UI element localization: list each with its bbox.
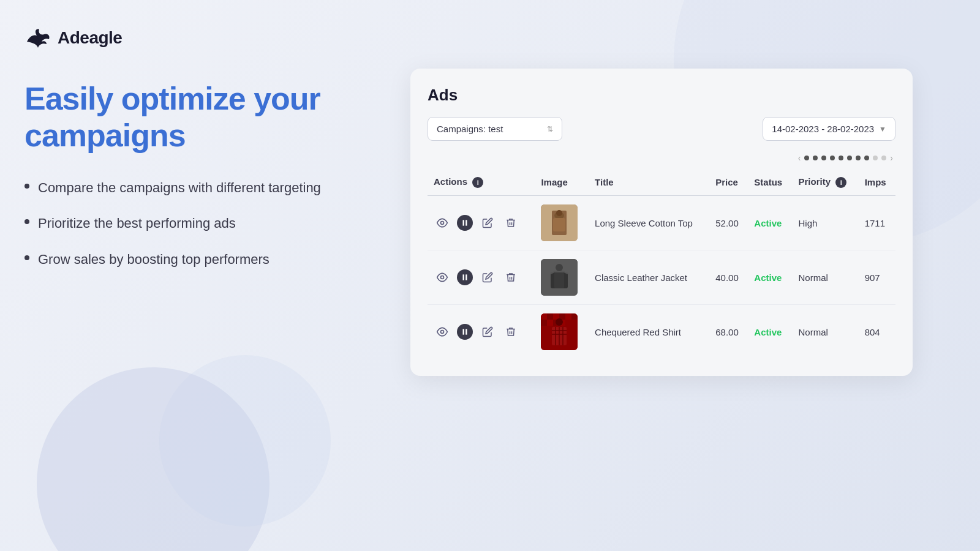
pagination-next[interactable]: › — [890, 153, 893, 163]
table-row: Long Sleeve Cotton Top 52.00 Active High… — [428, 196, 895, 250]
actions-info-icon[interactable]: i — [472, 177, 483, 188]
pag-dot-5 — [839, 156, 843, 160]
feature-item-3: Grow sales by boosting top performers — [24, 250, 331, 269]
logo-text: Adeagle — [58, 28, 122, 48]
date-range-label: 14-02-2023 - 28-02-2023 — [772, 124, 874, 134]
svg-rect-26 — [547, 320, 553, 326]
th-actions-label: Actions — [434, 176, 467, 187]
row1-imps: 1711 — [859, 196, 895, 250]
chevron-down-icon: ▼ — [879, 125, 886, 133]
edit-icon-3[interactable] — [479, 323, 496, 340]
delete-icon-1[interactable] — [502, 214, 519, 231]
logo: Adeagle — [24, 24, 331, 51]
pag-dot-10 — [881, 156, 886, 160]
view-icon-2[interactable] — [434, 269, 451, 286]
svg-point-15 — [441, 331, 444, 334]
row3-status: Active — [748, 305, 792, 359]
row3-title: Chequered Red Shirt — [589, 305, 709, 359]
row2-actions — [428, 250, 535, 305]
svg-point-12 — [556, 264, 563, 271]
th-title: Title — [589, 170, 709, 196]
svg-rect-1 — [463, 220, 464, 225]
actions-cell-3 — [434, 323, 529, 340]
campaign-select[interactable]: Campaigns: test ⇅ — [428, 117, 562, 141]
pause-icon-3[interactable] — [457, 324, 473, 340]
svg-rect-25 — [541, 320, 547, 326]
table-row: Chequered Red Shirt 68.00 Active Normal … — [428, 305, 895, 359]
svg-rect-19 — [541, 313, 547, 320]
product-image-3 — [541, 313, 578, 350]
pagination-prev[interactable]: ‹ — [798, 153, 801, 163]
svg-point-8 — [441, 276, 444, 279]
date-range-select[interactable]: 14-02-2023 - 28-02-2023 ▼ — [763, 117, 895, 141]
ads-card-title: Ads — [428, 86, 895, 105]
row1-status: Active — [748, 196, 792, 250]
row3-actions — [428, 305, 535, 359]
svg-rect-2 — [466, 220, 467, 225]
pag-dot-3 — [821, 156, 826, 160]
row3-priority: Normal — [792, 305, 858, 359]
delete-icon-3[interactable] — [502, 323, 519, 340]
svg-rect-20 — [547, 313, 553, 320]
left-panel: Adeagle Easily optimize your campaigns C… — [24, 24, 331, 269]
th-title-label: Title — [595, 177, 614, 187]
svg-rect-24 — [571, 313, 578, 320]
select-arrows-icon: ⇅ — [547, 125, 553, 133]
view-icon-1[interactable] — [434, 214, 451, 231]
feature-item-2: Prioritize the best performing ads — [24, 214, 331, 233]
svg-rect-7 — [553, 218, 565, 231]
product-image-1 — [541, 204, 578, 241]
pag-dot-7 — [856, 156, 861, 160]
delete-icon-2[interactable] — [502, 269, 519, 286]
feature-text-3: Grow sales by boosting top performers — [38, 250, 270, 269]
th-priority-label: Priority — [798, 176, 831, 187]
pagination-row: ‹ › — [428, 153, 895, 163]
th-status-label: Status — [754, 177, 782, 187]
feature-list: Compare the campaigns with different tar… — [24, 179, 331, 269]
svg-rect-17 — [466, 329, 467, 334]
th-price-label: Price — [715, 177, 738, 187]
svg-rect-16 — [463, 329, 464, 334]
row2-status: Active — [748, 250, 792, 305]
pag-dot-6 — [847, 156, 852, 160]
row1-actions — [428, 196, 535, 250]
svg-rect-9 — [463, 274, 464, 280]
row2-image — [535, 250, 589, 305]
table-row: Classic Leather Jacket 40.00 Active Norm… — [428, 250, 895, 305]
th-image-label: Image — [541, 177, 567, 187]
view-icon-3[interactable] — [434, 323, 451, 340]
pause-icon-2[interactable] — [457, 269, 473, 285]
pag-dot-2 — [813, 156, 818, 160]
row3-price: 68.00 — [709, 305, 748, 359]
th-actions: Actions i — [428, 170, 535, 196]
edit-icon-1[interactable] — [479, 214, 496, 231]
status-badge-2: Active — [754, 272, 782, 283]
bullet-1 — [24, 184, 29, 189]
feature-item-1: Compare the campaigns with different tar… — [24, 179, 331, 198]
row1-title: Long Sleeve Cotton Top — [589, 196, 709, 250]
row1-price: 52.00 — [709, 196, 748, 250]
feature-text-1: Compare the campaigns with different tar… — [38, 179, 321, 198]
row3-image — [535, 305, 589, 359]
edit-icon-2[interactable] — [479, 269, 496, 286]
row2-imps: 907 — [859, 250, 895, 305]
actions-cell-1 — [434, 214, 529, 231]
pause-icon-1[interactable] — [457, 215, 473, 231]
product-image-2 — [541, 259, 578, 296]
bullet-3 — [24, 255, 29, 260]
row1-image — [535, 196, 589, 250]
th-status: Status — [748, 170, 792, 196]
row2-price: 40.00 — [709, 250, 748, 305]
th-priority: Priority i — [792, 170, 858, 196]
pag-dot-8 — [864, 156, 869, 160]
priority-info-icon[interactable]: i — [835, 177, 846, 188]
actions-cell-2 — [434, 269, 529, 286]
svg-point-29 — [556, 318, 563, 326]
filters-row: Campaigns: test ⇅ 14-02-2023 - 28-02-202… — [428, 117, 895, 141]
pag-dot-9 — [873, 156, 878, 160]
hero-title: Easily optimize your campaigns — [24, 81, 331, 154]
pag-dot-1 — [804, 156, 809, 160]
bullet-2 — [24, 219, 29, 224]
feature-text-2: Prioritize the best performing ads — [38, 214, 236, 233]
svg-rect-10 — [466, 274, 467, 280]
